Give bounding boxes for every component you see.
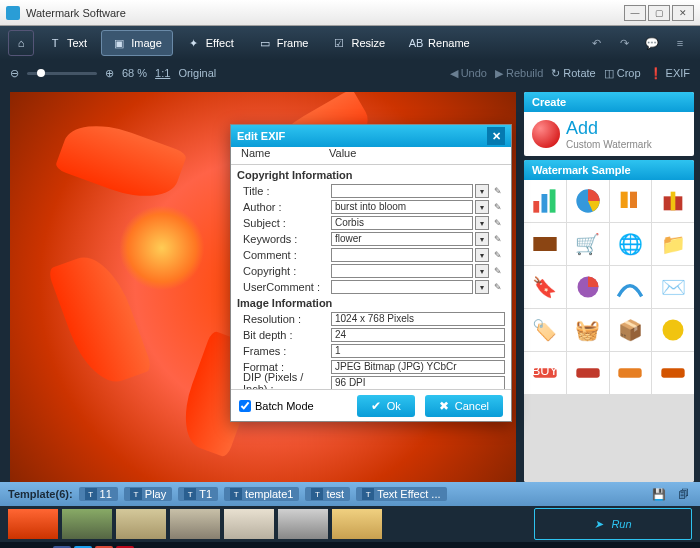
edit-icon[interactable]: ✎ — [491, 280, 505, 294]
sample-bar-chart-icon[interactable] — [524, 180, 566, 222]
dropdown-icon[interactable]: ▾ — [475, 264, 489, 278]
exif-field[interactable]: 24 — [331, 328, 505, 342]
svg-rect-8 — [533, 237, 556, 251]
dropdown-icon[interactable]: ▾ — [475, 216, 489, 230]
maximize-button[interactable]: ▢ — [648, 5, 670, 21]
batch-mode-checkbox[interactable]: Batch Mode — [239, 400, 347, 412]
exif-row: Author :burst into bloom▾✎ — [237, 199, 505, 215]
sample-tag-icon[interactable]: 🔖 — [524, 266, 566, 308]
sample-signup-badge-icon[interactable] — [610, 352, 652, 394]
thumbnail[interactable] — [332, 509, 382, 539]
dropdown-icon[interactable]: ▾ — [475, 280, 489, 294]
exif-field[interactable]: flower — [331, 232, 473, 246]
redo-toolbar-icon[interactable]: ↷ — [612, 31, 636, 55]
exif-field[interactable] — [331, 184, 473, 198]
menu-icon[interactable]: ≡ — [668, 31, 692, 55]
sample-bricks-icon[interactable] — [524, 223, 566, 265]
zoom-out-icon[interactable]: ⊖ — [10, 67, 19, 80]
edit-icon[interactable]: ✎ — [491, 248, 505, 262]
manage-template-icon[interactable]: 🗐 — [674, 485, 692, 503]
sample-folder-icon[interactable]: 📁 — [652, 223, 694, 265]
edit-icon[interactable]: ✎ — [491, 264, 505, 278]
close-button[interactable]: ✕ — [672, 5, 694, 21]
sample-envelope-icon[interactable]: ✉️ — [652, 266, 694, 308]
sample-globe-icon[interactable]: 🌐 — [610, 223, 652, 265]
dialog-close-button[interactable]: ✕ — [487, 127, 505, 145]
sample-pie2-icon[interactable] — [567, 266, 609, 308]
dropdown-icon[interactable]: ▾ — [475, 184, 489, 198]
undo-button[interactable]: ◀Undo — [450, 67, 487, 80]
exif-field[interactable]: 1024 x 768 Pixels — [331, 312, 505, 326]
exif-field[interactable]: burst into bloom — [331, 200, 473, 214]
template-item-3[interactable]: Ttemplate1 — [224, 487, 299, 501]
template-item-2[interactable]: TT1 — [178, 487, 218, 501]
sample-buy-badge-icon[interactable]: BUY — [524, 352, 566, 394]
exif-field[interactable]: JPEG Bitmap (JPG) YCbCr — [331, 360, 505, 374]
exif-field[interactable] — [331, 248, 473, 262]
exif-field[interactable] — [331, 280, 473, 294]
sample-join-badge-icon[interactable] — [567, 352, 609, 394]
add-watermark-button[interactable]: Add Custom Watermark — [524, 112, 694, 156]
dropdown-icon[interactable]: ▾ — [475, 232, 489, 246]
thumbnail[interactable] — [116, 509, 166, 539]
ok-button[interactable]: ✔Ok — [357, 395, 415, 417]
sample-box-icon[interactable]: 📦 — [610, 309, 652, 351]
rotate-button[interactable]: ↻Rotate — [551, 67, 595, 80]
col-name: Name — [241, 147, 329, 164]
edit-icon[interactable]: ✎ — [491, 184, 505, 198]
template-item-0[interactable]: T11 — [79, 487, 118, 501]
thumbnail[interactable] — [62, 509, 112, 539]
thumbnail[interactable] — [224, 509, 274, 539]
dialog-titlebar[interactable]: Edit EXIF ✕ — [231, 125, 511, 147]
thumbnail[interactable] — [170, 509, 220, 539]
zoom-slider[interactable] — [27, 72, 97, 75]
sample-pie-chart-icon[interactable] — [567, 180, 609, 222]
sample-orange-badge-icon[interactable] — [652, 352, 694, 394]
frame-tool-button[interactable]: ▭Frame — [248, 30, 319, 56]
template-item-5[interactable]: TText Effect ... — [356, 487, 446, 501]
sample-curve-icon[interactable] — [610, 266, 652, 308]
resize-tool-button[interactable]: ☑Resize — [322, 30, 395, 56]
thumbnail[interactable] — [278, 509, 328, 539]
run-button[interactable]: ➤ Run — [534, 508, 692, 540]
undo-toolbar-icon[interactable]: ↶ — [584, 31, 608, 55]
app-logo-icon — [6, 6, 20, 20]
edit-icon[interactable]: ✎ — [491, 216, 505, 230]
rename-tool-button[interactable]: ABRename — [399, 30, 480, 56]
home-button[interactable]: ⌂ — [8, 30, 34, 56]
save-template-icon[interactable]: 💾 — [650, 485, 668, 503]
sample-cart-icon[interactable]: 🛒 — [567, 223, 609, 265]
dropdown-icon[interactable]: ▾ — [475, 200, 489, 214]
edit-icon[interactable]: ✎ — [491, 232, 505, 246]
effect-tool-button[interactable]: ✦Effect — [177, 30, 244, 56]
text-tool-button[interactable]: TText — [38, 30, 97, 56]
exif-field[interactable] — [331, 264, 473, 278]
exif-field[interactable]: 96 DPI — [331, 376, 505, 389]
template-item-4[interactable]: Ttest — [305, 487, 350, 501]
dropdown-icon[interactable]: ▾ — [475, 248, 489, 262]
chat-icon[interactable]: 💬 — [640, 31, 664, 55]
minimize-button[interactable]: — — [624, 5, 646, 21]
svg-rect-4 — [621, 192, 628, 208]
sample-basket-icon[interactable]: 🧺 — [567, 309, 609, 351]
exif-field[interactable]: 1 — [331, 344, 505, 358]
zoom-in-icon[interactable]: ⊕ — [105, 67, 114, 80]
template-item-1[interactable]: TPlay — [124, 487, 172, 501]
batch-mode-input[interactable] — [239, 400, 251, 412]
sample-tags-icon[interactable] — [610, 180, 652, 222]
crop-button[interactable]: ◫Crop — [604, 67, 641, 80]
rebuild-button[interactable]: ▶Rebuild — [495, 67, 543, 80]
exif-button[interactable]: ❗EXIF — [649, 67, 690, 80]
exif-row: Resolution :1024 x 768 Pixels — [237, 311, 505, 327]
edit-icon[interactable]: ✎ — [491, 200, 505, 214]
dialog-body[interactable]: Copyright InformationTitle :▾✎Author :bu… — [231, 165, 511, 389]
sample-gift-icon[interactable] — [652, 180, 694, 222]
sample-pricetag-icon[interactable]: 🏷️ — [524, 309, 566, 351]
image-tool-button[interactable]: ▣Image — [101, 30, 173, 56]
ratio-label[interactable]: 1:1 — [155, 67, 170, 79]
original-label[interactable]: Original — [178, 67, 216, 79]
thumbnail[interactable] — [8, 509, 58, 539]
sample-ball-icon[interactable] — [652, 309, 694, 351]
cancel-button[interactable]: ✖Cancel — [425, 395, 503, 417]
exif-field[interactable]: Corbis — [331, 216, 473, 230]
